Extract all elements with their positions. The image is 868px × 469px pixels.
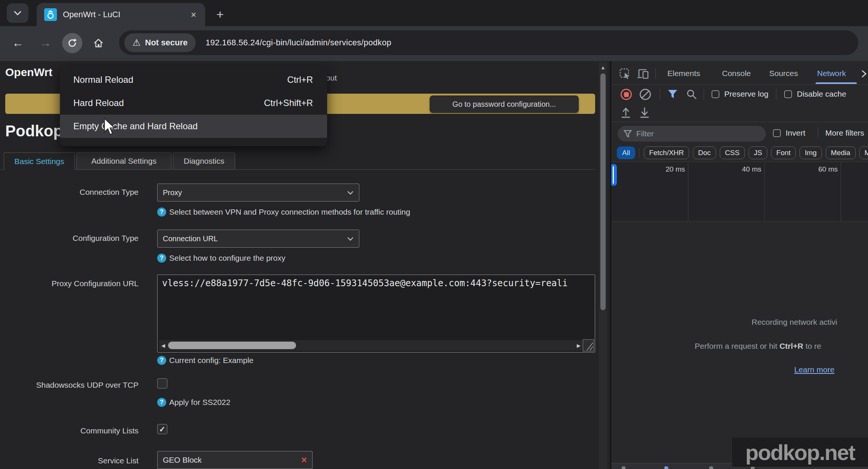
forward-button[interactable]: → — [36, 33, 56, 53]
preserve-log-label: Preserve log — [724, 90, 768, 99]
clear-network-log-icon[interactable] — [640, 89, 651, 100]
configuration-type-label: Configuration Type — [0, 234, 138, 243]
menu-item-empty-cache-hard-reload[interactable]: Empty Cache and Hard Reload — [60, 115, 327, 138]
recording-activity-text: Recording network activi — [752, 318, 837, 327]
reload-button[interactable] — [62, 33, 82, 53]
scroll-right-icon[interactable]: ▶ — [575, 343, 583, 348]
new-tab-button[interactable]: + — [212, 6, 228, 22]
address-bar[interactable]: ⚠ Not secure 192.168.56.24/cgi-bin/luci/… — [119, 30, 858, 55]
export-har-icon[interactable] — [620, 106, 631, 120]
disable-cache-label: Disable cache — [797, 90, 846, 99]
mouse-cursor — [103, 118, 118, 137]
filter-placeholder: Filter — [636, 129, 654, 138]
ss-udp-checkbox[interactable] — [157, 378, 167, 388]
openwrt-brand[interactable]: OpenWrt — [5, 66, 52, 79]
page-title: Podkop — [5, 122, 63, 140]
inspect-element-icon[interactable] — [619, 68, 631, 81]
request-type-pills: All Fetch/XHR Doc CSS JS Font Img Media … — [611, 144, 868, 162]
device-toolbar-icon[interactable] — [637, 68, 649, 81]
not-secure-chip[interactable]: ⚠ Not secure — [124, 33, 196, 52]
scrollbar-thumb[interactable] — [168, 342, 296, 349]
help-icon: ? — [157, 398, 166, 407]
disable-cache-checkbox[interactable] — [784, 90, 792, 98]
warning-icon: ⚠ — [133, 37, 141, 48]
community-lists-checkbox[interactable]: ✓ — [157, 424, 167, 434]
luci-tab-bar: Basic Settings Additional Settings Diagn… — [0, 152, 595, 170]
home-icon — [92, 37, 104, 49]
har-toolbar — [611, 104, 868, 122]
remove-icon: ✕ — [301, 456, 307, 465]
proxy-url-label: Proxy Configuration URL — [0, 279, 138, 288]
proxy-url-textarea[interactable]: vless://e88a1977-7d5e-48fc-9d06-15931450… — [157, 275, 595, 352]
connection-type-label: Connection Type — [0, 188, 138, 197]
status-icon[interactable] — [709, 466, 713, 469]
pill-all[interactable]: All — [617, 146, 635, 159]
connection-type-select[interactable]: Proxy — [157, 184, 359, 202]
connection-type-help: ? Select between VPN and Proxy connectio… — [157, 208, 410, 217]
timeline-tick-40ms: 40 ms — [731, 165, 761, 173]
devtools-tab-elements[interactable]: Elements — [667, 62, 700, 85]
page-scrollbar[interactable]: ▲ — [599, 62, 607, 469]
password-config-button[interactable]: Go to password configuration... — [430, 96, 579, 113]
devtools-tab-network[interactable]: Network — [817, 62, 846, 85]
timeline-selection-marker[interactable] — [611, 164, 617, 186]
not-secure-label: Not secure — [145, 38, 188, 48]
back-button[interactable]: ← — [8, 33, 28, 53]
invert-checkbox[interactable] — [773, 129, 781, 137]
tab-diagnostics[interactable]: Diagnostics — [173, 152, 235, 170]
pill-fetch-xhr[interactable]: Fetch/XHR — [644, 146, 689, 159]
preserve-log-checkbox[interactable] — [712, 90, 719, 98]
watermark-text: podkop.net — [745, 440, 855, 465]
help-icon: ? — [157, 254, 166, 263]
scroll-left-icon[interactable]: ◀ — [159, 343, 167, 348]
devtools-panel: Elements Console Sources Network Preserv… — [611, 61, 868, 469]
tab-close-button[interactable]: × — [187, 8, 200, 21]
pill-font[interactable]: Font — [771, 146, 796, 159]
pill-img[interactable]: Img — [800, 146, 822, 159]
pill-doc[interactable]: Doc — [693, 146, 716, 159]
service-list-remove-button[interactable]: ✕ — [296, 451, 313, 469]
more-filters-button[interactable]: More filters — [825, 128, 864, 137]
browser-tab[interactable]: OpenWrt - LuCI × — [37, 3, 205, 26]
network-filter-input[interactable]: Filter — [618, 126, 766, 142]
horizontal-scrollbar[interactable]: ◀ ▶ — [159, 340, 583, 351]
service-list-input[interactable]: GEO Block — [157, 451, 296, 469]
pill-css[interactable]: CSS — [720, 146, 745, 159]
tab-strip: OpenWrt - LuCI × + — [0, 0, 868, 26]
reload-context-menu: Normal Reload Ctrl+R Hard Reload Ctrl+Sh… — [60, 67, 327, 146]
scrollbar-thumb[interactable] — [600, 73, 606, 310]
help-icon: ? — [157, 208, 166, 217]
filter-funnel-icon[interactable] — [667, 89, 678, 100]
configuration-type-select[interactable]: Connection URL — [157, 230, 359, 248]
devtools-tab-console[interactable]: Console — [722, 62, 751, 85]
more-tabs-icon[interactable] — [861, 70, 867, 79]
menu-item-hard-reload[interactable]: Hard Reload Ctrl+Shift+R — [60, 91, 327, 115]
import-har-icon[interactable] — [639, 106, 650, 120]
pill-media[interactable]: Media — [826, 146, 856, 159]
menu-item-normal-reload[interactable]: Normal Reload Ctrl+R — [60, 68, 327, 91]
network-timeline[interactable]: 20 ms 40 ms 60 ms — [611, 162, 868, 222]
status-icon[interactable] — [622, 466, 625, 469]
search-icon[interactable] — [686, 89, 697, 101]
tab-basic-settings[interactable]: Basic Settings — [4, 152, 75, 170]
ss-udp-label: Shadowsocks UDP over TCP — [0, 381, 138, 390]
record-network-log-button[interactable] — [621, 89, 632, 100]
home-button[interactable] — [88, 33, 109, 53]
status-icon[interactable] — [664, 466, 668, 469]
scroll-up-icon[interactable]: ▲ — [599, 64, 607, 70]
tab-additional-settings[interactable]: Additional Settings — [76, 152, 171, 170]
perform-request-post: to re — [803, 342, 821, 350]
podkop-watermark: podkop.net — [732, 438, 868, 467]
pill-js[interactable]: JS — [749, 146, 767, 159]
help-text: Apply for SS2022 — [169, 398, 230, 407]
resize-grip[interactable] — [583, 339, 594, 351]
menu-item-label: Normal Reload — [73, 75, 133, 85]
status-icon[interactable] — [751, 466, 755, 469]
help-text: Select between VPN and Proxy connection … — [169, 208, 410, 217]
pill-manifest[interactable]: M — [859, 146, 868, 159]
connection-type-value: Proxy — [163, 188, 182, 197]
help-icon: ? — [157, 356, 166, 365]
learn-more-link[interactable]: Learn more — [794, 365, 834, 374]
tab-search-button[interactable] — [7, 3, 28, 23]
devtools-tab-sources[interactable]: Sources — [769, 62, 798, 85]
